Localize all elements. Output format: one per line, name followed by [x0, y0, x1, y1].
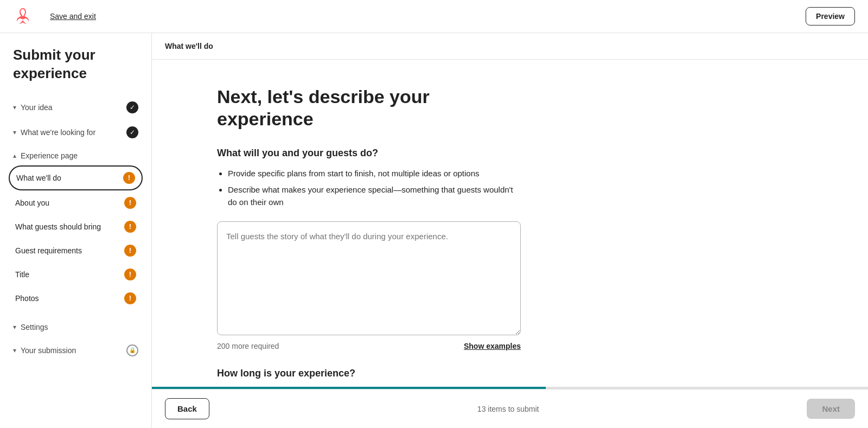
show-examples-button[interactable]: Show examples: [464, 342, 521, 350]
bullet-item-1: Provide specific plans from start to fin…: [228, 168, 521, 180]
section-label-your-idea: Your idea: [21, 103, 53, 112]
content-area: Next, let's describe your experience Wha…: [152, 60, 868, 387]
textarea-footer: 200 more required Show examples: [217, 342, 521, 350]
textarea-wrapper: [217, 221, 521, 337]
warning-icon-photos: [124, 292, 136, 304]
sidebar-section-experience-page: Experience page What we'll do About you …: [0, 146, 151, 315]
sidebar-item-what-well-do[interactable]: What we'll do: [9, 165, 143, 190]
complete-icon-looking-for: [126, 126, 138, 138]
back-button[interactable]: Back: [165, 398, 209, 419]
sidebar-item-about-you[interactable]: About you: [9, 191, 143, 214]
sidebar-title: Submit your experience: [0, 46, 151, 96]
how-long-section: How long is your experience?: [217, 368, 521, 379]
sidebar-item-title[interactable]: Title: [9, 263, 143, 286]
how-long-label: How long is your experience?: [217, 368, 521, 379]
warning-icon-guests-bring: [124, 221, 136, 233]
sidebar: Submit your experience Your idea What we…: [0, 33, 152, 428]
warning-icon-what-well-do: [123, 172, 135, 184]
sidebar-item-guest-requirements[interactable]: Guest requirements: [9, 239, 143, 262]
items-status: 13 items to submit: [477, 405, 539, 413]
chevron-up-icon: [13, 152, 16, 159]
sidebar-section-header-experience-page[interactable]: Experience page: [0, 146, 151, 165]
page-title-bar: What we'll do: [152, 33, 868, 60]
sidebar-section-settings: Settings: [0, 317, 151, 337]
lock-icon-your-submission: [126, 344, 138, 356]
warning-icon-about-you: [124, 197, 136, 209]
question1: What will you and your guests do?: [217, 148, 521, 159]
sidebar-section-header-looking-for[interactable]: What we're looking for: [0, 121, 151, 144]
sidebar-item-photos[interactable]: Photos: [9, 287, 143, 310]
app-wrapper: Save and exit Preview Submit your experi…: [0, 0, 868, 428]
save-exit-button[interactable]: Save and exit: [50, 12, 96, 21]
chevron-icon-submission: [13, 347, 16, 354]
next-button[interactable]: Next: [807, 399, 855, 419]
header-left: Save and exit: [13, 7, 96, 26]
chevron-icon-settings: [13, 323, 16, 331]
section-label-settings: Settings: [21, 323, 48, 331]
experience-textarea[interactable]: [217, 221, 521, 335]
complete-icon-your-idea: [126, 101, 138, 113]
main-layout: Submit your experience Your idea What we…: [0, 33, 868, 428]
warning-icon-title: [124, 269, 136, 280]
sidebar-section-header-settings[interactable]: Settings: [0, 317, 151, 337]
chevron-icon: [13, 104, 16, 111]
airbnb-logo: [13, 7, 33, 26]
chevron-icon: [13, 129, 16, 136]
sidebar-section-looking-for: What we're looking for: [0, 121, 151, 144]
preview-button[interactable]: Preview: [806, 7, 855, 25]
sidebar-section-header-your-submission[interactable]: Your submission: [0, 339, 151, 362]
warning-icon-guest-requirements: [124, 245, 136, 257]
right-panel: What we'll do Next, let's describe your …: [152, 33, 868, 428]
section-label-looking-for: What we're looking for: [21, 128, 95, 137]
progress-bar-fill: [152, 387, 546, 389]
bullet-item-2: Describe what makes your experience spec…: [228, 184, 521, 208]
section-label-experience-page: Experience page: [21, 151, 78, 160]
chars-required: 200 more required: [217, 342, 279, 350]
bottom-bar: Back 13 items to submit Next: [152, 389, 868, 428]
progress-bar-area: [152, 387, 868, 389]
sidebar-items-experience-page: What we'll do About you What guests shou…: [0, 165, 151, 315]
header: Save and exit Preview: [0, 0, 868, 33]
content-heading: Next, let's describe your experience: [217, 86, 521, 130]
content-inner: Next, let's describe your experience Wha…: [217, 86, 521, 379]
section-label-your-submission: Your submission: [21, 346, 76, 355]
sidebar-item-what-guests-bring[interactable]: What guests should bring: [9, 215, 143, 238]
sidebar-section-your-idea: Your idea: [0, 96, 151, 119]
sidebar-section-header-your-idea[interactable]: Your idea: [0, 96, 151, 119]
bullet-list: Provide specific plans from start to fin…: [228, 168, 521, 209]
sidebar-section-your-submission: Your submission: [0, 339, 151, 362]
